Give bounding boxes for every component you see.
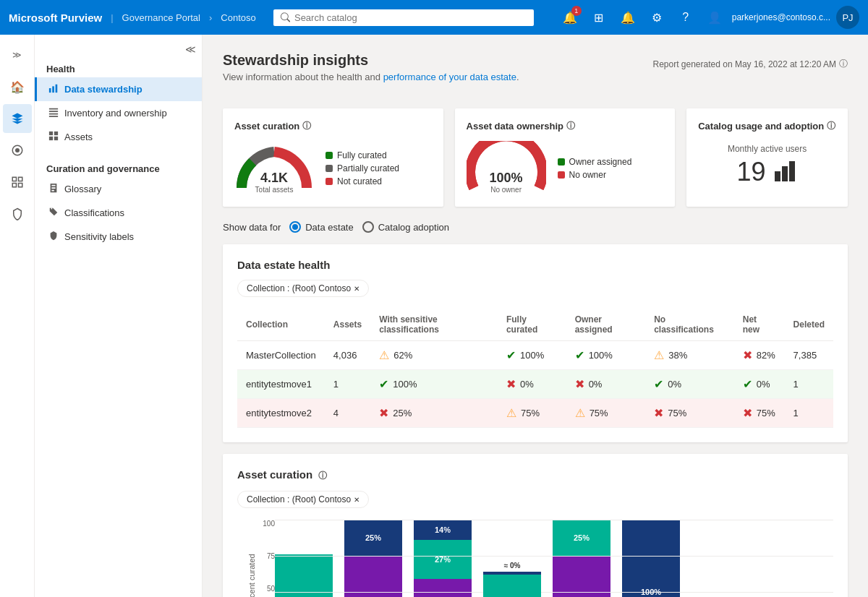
svg-rect-14 [782,166,788,181]
cell-deleted: 7,385 [785,341,833,370]
table-row: entitytestmove2 4 ✖25% ⚠75% ⚠75% ✖75% [237,399,833,428]
status-icon-error: ✖ [654,406,663,420]
nav-collapse-button[interactable]: ≪ [185,43,196,55]
section-info-icon[interactable]: ⓘ [318,471,327,481]
cell-owner: ✔100% [566,341,646,370]
radio-catalog-adoption[interactable]: Catalog adoption [362,221,449,233]
bar-group-3: 14% 27% 59% [414,520,472,597]
nav-item-sensitivity[interactable]: Sensitivity labels [35,225,202,249]
svg-rect-13 [775,171,780,181]
bar-segment: 25% [553,520,610,556]
sensitivity-icon [48,231,59,243]
svg-rect-8 [56,85,58,93]
collection-filter-text: Collection : (Root) Contoso [247,283,351,293]
status-icon-warning: ⚠ [654,348,664,362]
radio-data-estate-button[interactable] [289,221,301,233]
nav-item-label: Glossary [64,184,101,194]
col-collection: Collection [237,309,325,341]
table-row: MasterCollection 4,036 ⚠62% ✔100% ✔100% … [237,341,833,370]
show-data-row: Show data for Data estate Catalog adopti… [223,221,848,233]
user-menu-icon[interactable]: 👤 [703,6,726,29]
help-icon[interactable]: ? [674,6,697,29]
table-row: entitytestmove1 1 ✔100% ✖0% ✖0% ✔0% [237,370,833,399]
ownership-legend: Owner assigned No owner [558,157,632,180]
sidebar-icon-classify[interactable] [3,104,32,133]
curation-section-label: Curation and governance [35,158,202,177]
cell-net-new: ✖82% [734,341,785,370]
user-email: parkerjones@contoso.c... [732,12,830,22]
main-layout: ≫ 🏠 ≪ Health Data stewardship [0,35,868,597]
cell-assets: 1 [325,370,370,399]
ownership-info-icon[interactable]: ⓘ [566,120,575,132]
sidebar-collapse-toggle[interactable]: ≫ [3,40,32,69]
asset-curation-collection-filter[interactable]: Collection : (Root) Contoso ✕ [237,491,369,508]
monthly-active-users: 19 [737,157,766,187]
y-tick: 100 [263,520,275,528]
svg-rect-3 [18,177,22,181]
y-tick: 50 [267,585,275,593]
collection-filter[interactable]: Collection : (Root) Contoso ✕ [237,280,369,297]
col-sensitive: With sensitive classifications [370,309,498,341]
subtitle-link[interactable]: performance of your data estate [383,72,516,82]
status-icon-error: ✖ [379,406,388,420]
search-input[interactable] [294,12,527,23]
status-icon-ok: ✔ [575,348,584,362]
bell-icon[interactable]: 🔔 [616,6,639,29]
inventory-icon [48,107,59,119]
nav-item-classifications[interactable]: Classifications [35,201,202,225]
health-table: Collection Assets With sensitive classif… [237,309,833,428]
sidebar-icon-catalog[interactable] [3,136,32,165]
curation-filter-text: Collection : (Root) Contoso [247,494,351,504]
y-tick: 75 [267,552,275,560]
legend-no-owner: No owner [569,170,606,180]
asset-curation-info-icon[interactable]: ⓘ [302,120,311,132]
chart-bars-container: 76% 25% 75% 14% 27% 59% [275,520,833,597]
user-profile[interactable]: parkerjones@contoso.c... PJ [732,6,859,29]
bar-segment: 59% [414,579,472,597]
nav-item-assets[interactable]: Assets [35,125,202,149]
asset-curation-section-title: Asset curation ⓘ [237,468,833,482]
nav-item-label: Classifications [64,207,124,218]
status-icon-error: ✖ [506,377,516,391]
radio-data-estate[interactable]: Data estate [289,221,354,233]
summary-cards-row: Asset curation ⓘ [223,108,848,207]
brand-name: Microsoft Purview [9,12,102,24]
cell-collection: entitytestmove1 [237,370,325,399]
settings-icon[interactable]: ⚙ [645,6,668,29]
radio-catalog-adoption-button[interactable] [362,221,374,233]
sidebar-icon-insights[interactable] [3,168,32,197]
bar-segment: 14% [414,520,472,540]
asset-curation-title: Asset curation [234,121,299,132]
bar-group-6: 100% [622,520,680,597]
notification-icon[interactable]: 🔔 1 [558,6,582,29]
apps-icon[interactable]: ⊞ [587,6,610,29]
assets-icon [48,131,59,143]
cell-no-class: ✖75% [645,399,734,428]
cell-collection: entitytestmove2 [237,399,325,428]
curation-filter-icon: ✕ [354,496,359,504]
ownership-donut: 100% No owner [467,141,546,195]
nav-item-data-stewardship[interactable]: Data stewardship [35,77,202,101]
avatar: PJ [836,6,859,29]
svg-point-1 [15,148,20,153]
page-subtitle: View information about the health and pe… [223,72,519,82]
nav-item-glossary[interactable]: Glossary [35,177,202,201]
col-no-class: No classifications [645,309,734,341]
bar-segment: 75% [344,556,402,597]
svg-rect-6 [49,88,51,93]
asset-curation-card: Asset curation ⓘ [223,108,443,207]
nav-item-inventory[interactable]: Inventory and ownership [35,101,202,125]
monthly-label: Monthly active users [698,144,836,154]
sidebar-icon-home[interactable]: 🏠 [3,72,32,101]
bar-chart-icon [775,161,798,184]
sidebar-icon-policy[interactable] [3,199,32,228]
catalog-info-icon[interactable]: ⓘ [827,120,835,132]
search-box[interactable] [273,9,534,26]
svg-rect-12 [54,137,58,140]
asset-ownership-card: Asset data ownership ⓘ 100% No owner [455,108,676,207]
legend-owner-assigned: Owner assigned [569,157,632,167]
report-info-icon[interactable]: ⓘ [839,58,848,70]
cell-assets: 4 [325,399,370,428]
nav-item-label: Data stewardship [64,84,142,95]
bar-segment: 27% [414,540,472,579]
